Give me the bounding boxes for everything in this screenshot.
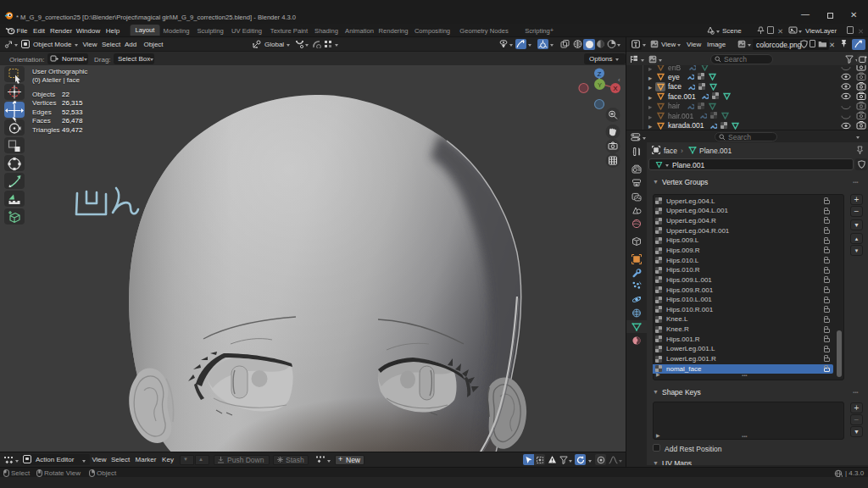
svg-text:Y: Y bbox=[598, 81, 602, 89]
svg-text:X: X bbox=[613, 85, 618, 92]
svg-text:Z: Z bbox=[598, 70, 602, 78]
